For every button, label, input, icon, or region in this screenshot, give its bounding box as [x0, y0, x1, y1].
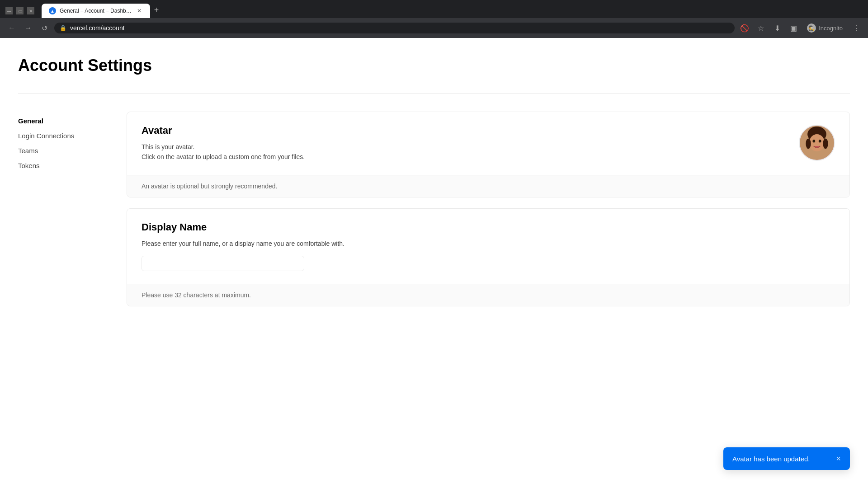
- display-name-card-body: Display Name Please enter your full name…: [127, 209, 849, 284]
- title-bar: — ▭ ✕ ▲ General – Account – Dashboa… ✕ +: [0, 0, 868, 18]
- avatar-card-body: Avatar This is your avatar. Click on the…: [127, 112, 849, 175]
- tab-title: General – Account – Dashboa…: [60, 8, 132, 14]
- lock-icon: 🔒: [60, 25, 66, 31]
- avatar-footer-text: An avatar is optional but strongly recom…: [142, 183, 835, 190]
- sidebar-item-teams[interactable]: Teams: [18, 143, 108, 158]
- sidebar-item-general[interactable]: General: [18, 113, 108, 128]
- svg-point-3: [809, 134, 825, 151]
- svg-point-6: [806, 139, 811, 149]
- display-name-footer-text: Please use 32 characters at maximum.: [142, 291, 835, 299]
- sidebar-item-tokens[interactable]: Tokens: [18, 158, 108, 173]
- toolbar-actions: 🚫 ☆ ⬇ ▣ 🕵 Incognito ⋮: [738, 22, 863, 34]
- address-input[interactable]: [70, 24, 729, 32]
- active-tab[interactable]: ▲ General – Account – Dashboa… ✕: [42, 4, 150, 18]
- maximize-button[interactable]: ▭: [16, 7, 24, 14]
- sidebar-item-login-connections[interactable]: Login Connections: [18, 128, 108, 143]
- sidebar-nav: General Login Connections Teams Tokens: [18, 112, 108, 317]
- window-controls: — ▭ ✕: [5, 7, 34, 14]
- close-button[interactable]: ✕: [27, 7, 34, 14]
- bookmark-icon[interactable]: ☆: [755, 22, 767, 34]
- download-icon[interactable]: ⬇: [771, 22, 783, 34]
- avatar-card-footer: An avatar is optional but strongly recom…: [127, 175, 849, 197]
- address-bar-container[interactable]: 🔒: [54, 23, 735, 33]
- avatar[interactable]: [799, 125, 835, 161]
- svg-point-5: [819, 140, 821, 143]
- svg-point-7: [823, 139, 828, 149]
- tabs-bar: ▲ General – Account – Dashboa… ✕ +: [42, 4, 163, 18]
- incognito-icon: 🕵: [807, 23, 816, 33]
- divider: [18, 93, 850, 94]
- reload-button[interactable]: ↺: [38, 22, 51, 34]
- forward-button[interactable]: →: [22, 22, 34, 34]
- incognito-label: Incognito: [819, 25, 843, 32]
- avatar-card: Avatar This is your avatar. Click on the…: [127, 112, 850, 197]
- new-tab-button[interactable]: +: [150, 4, 163, 16]
- browser-chrome: — ▭ ✕ ▲ General – Account – Dashboa… ✕ +…: [0, 0, 868, 38]
- avatar-description-line1: This is your avatar.: [142, 142, 305, 152]
- incognito-menu[interactable]: 🕵 Incognito: [803, 22, 846, 34]
- tab-close-button[interactable]: ✕: [136, 7, 143, 14]
- avatar-card-text: Avatar This is your avatar. Click on the…: [142, 125, 305, 162]
- display-name-input[interactable]: [142, 256, 304, 271]
- toast-notification: Avatar has been updated. ×: [723, 447, 850, 470]
- page-content: Account Settings General Login Connectio…: [0, 38, 868, 487]
- svg-point-4: [813, 140, 816, 143]
- display-name-card: Display Name Please enter your full name…: [127, 208, 850, 306]
- browser-toolbar: ← → ↺ 🔒 🚫 ☆ ⬇ ▣ 🕵 Incognito ⋮: [0, 18, 868, 38]
- toast-message: Avatar has been updated.: [732, 455, 810, 463]
- minimize-button[interactable]: —: [5, 7, 13, 14]
- tab-favicon: ▲: [49, 7, 56, 14]
- avatar-card-title: Avatar: [142, 125, 305, 136]
- more-button[interactable]: ⋮: [850, 22, 863, 34]
- display-name-description: Please enter your full name, or a displa…: [142, 239, 344, 249]
- main-content: Avatar This is your avatar. Click on the…: [127, 112, 850, 317]
- eye-off-icon[interactable]: 🚫: [738, 22, 751, 34]
- back-button[interactable]: ←: [5, 22, 18, 34]
- page-title: Account Settings: [18, 56, 850, 75]
- layout: General Login Connections Teams Tokens A…: [18, 112, 850, 317]
- avatar-description-line2: Click on the avatar to upload a custom o…: [142, 152, 305, 162]
- toast-close-button[interactable]: ×: [836, 455, 841, 463]
- side-panel-icon[interactable]: ▣: [787, 22, 800, 34]
- display-name-card-title: Display Name: [142, 221, 207, 233]
- display-name-card-footer: Please use 32 characters at maximum.: [127, 284, 849, 306]
